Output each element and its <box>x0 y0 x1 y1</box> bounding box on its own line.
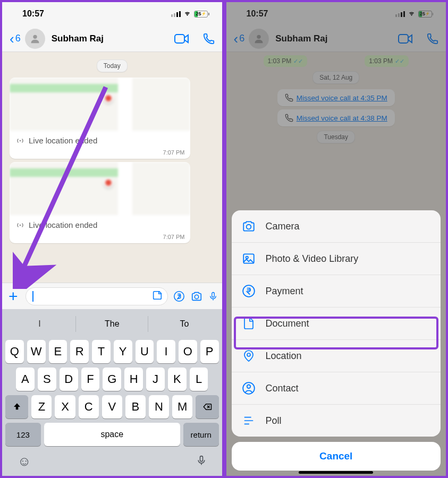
suggestion[interactable]: To <box>148 316 220 332</box>
key-n[interactable]: N <box>149 395 169 419</box>
key-w[interactable]: W <box>27 340 46 363</box>
phone-missed-icon <box>285 93 293 102</box>
key-l[interactable]: L <box>190 368 208 391</box>
key-row: ZXCVBNM <box>5 395 219 419</box>
status-bar: 10:57 25⚡ <box>2 2 222 25</box>
back-button[interactable]: ‹6 <box>234 32 245 46</box>
key-row: QWERTYUIOP <box>5 340 219 363</box>
poll-icon <box>241 413 256 428</box>
message-time: 7:07 PM <box>10 149 190 159</box>
text-cursor <box>32 291 33 302</box>
key-z[interactable]: Z <box>31 395 52 419</box>
key-k[interactable]: K <box>168 368 187 391</box>
phone-missed-icon <box>285 114 293 122</box>
broadcast-icon <box>16 221 24 229</box>
svg-rect-8 <box>399 35 408 43</box>
home-indicator[interactable] <box>75 476 149 478</box>
key-m[interactable]: M <box>172 395 192 419</box>
voice-call-button[interactable] <box>427 33 438 45</box>
location-text: Live location ended <box>29 136 97 145</box>
return-key[interactable]: return <box>183 423 219 446</box>
emoji-key[interactable]: ☺ <box>18 454 31 471</box>
battery-icon: 25⚡ <box>194 11 209 18</box>
screenshot-left: 10:57 25⚡ ‹6 Subham Raj Today Live locat… <box>0 0 224 478</box>
cancel-button[interactable]: Cancel <box>232 442 441 471</box>
key-b[interactable]: B <box>125 395 146 419</box>
home-indicator[interactable] <box>299 471 373 474</box>
svg-point-13 <box>247 353 250 356</box>
chat-area[interactable]: Today Live location ended 7:07 PM Live l… <box>2 52 222 245</box>
backspace-key[interactable] <box>196 395 218 419</box>
location-message[interactable]: Live location ended 7:07 PM <box>10 162 190 243</box>
map-thumbnail <box>10 162 190 215</box>
sheet-poll[interactable]: Poll <box>232 405 441 437</box>
key-t[interactable]: T <box>92 340 111 363</box>
sheet-document[interactable]: Document <box>232 308 441 340</box>
sheet-library[interactable]: Photo & Video Library <box>232 243 441 275</box>
key-f[interactable]: F <box>81 368 100 391</box>
read-ticks-icon: ✓✓ <box>293 58 303 65</box>
key-i[interactable]: I <box>157 340 175 363</box>
key-d[interactable]: D <box>60 368 78 391</box>
key-r[interactable]: R <box>70 340 89 363</box>
dictation-key[interactable] <box>196 454 207 471</box>
contact-name[interactable]: Subham Raj <box>275 33 395 44</box>
key-e[interactable]: E <box>49 340 67 363</box>
message-input[interactable] <box>26 287 168 305</box>
missed-call[interactable]: Missed voice call at 4:38 PM <box>277 109 395 126</box>
camera-icon[interactable] <box>190 291 203 302</box>
svg-point-9 <box>246 225 251 229</box>
key-g[interactable]: G <box>103 368 121 391</box>
key-u[interactable]: U <box>136 340 154 363</box>
missed-call[interactable]: Missed voice call at 4:35 PM <box>277 89 395 106</box>
key-s[interactable]: S <box>38 368 56 391</box>
key-q[interactable]: Q <box>5 340 24 363</box>
sheet-camera[interactable]: Camera <box>232 210 441 243</box>
back-button[interactable]: ‹6 <box>10 32 21 46</box>
attach-button[interactable]: + <box>6 287 20 305</box>
svg-point-3 <box>195 295 198 298</box>
location-pin-icon <box>241 348 256 363</box>
chat-header: ‹6 Subham Raj <box>226 25 446 52</box>
sticker-icon[interactable] <box>151 289 163 303</box>
key-o[interactable]: O <box>179 340 197 363</box>
cellular-icon <box>395 11 405 17</box>
shift-key[interactable] <box>5 395 28 419</box>
key-j[interactable]: J <box>146 368 165 391</box>
location-message[interactable]: Live location ended 7:07 PM <box>10 78 190 159</box>
mic-icon[interactable] <box>208 290 218 303</box>
numbers-key[interactable]: 123 <box>5 423 41 446</box>
key-c[interactable]: C <box>79 395 99 419</box>
map-thumbnail <box>10 78 190 131</box>
key-x[interactable]: X <box>55 395 75 419</box>
sheet-payment[interactable]: Payment <box>232 275 441 308</box>
key-v[interactable]: V <box>102 395 122 419</box>
status-indicators: 25⚡ <box>395 11 434 18</box>
message-time: 1:03 PM✓✓ <box>264 55 308 67</box>
suggestion[interactable]: The <box>76 316 148 332</box>
suggestion[interactable]: I <box>4 316 76 332</box>
payment-icon[interactable] <box>173 291 185 302</box>
voice-call-button[interactable] <box>203 33 215 45</box>
keyboard-suggestions[interactable]: I The To <box>4 312 221 336</box>
svg-point-15 <box>247 385 250 389</box>
wifi-icon <box>183 11 192 17</box>
avatar[interactable] <box>249 29 269 49</box>
key-p[interactable]: P <box>200 340 219 363</box>
video-call-button[interactable] <box>398 33 413 45</box>
space-key[interactable]: space <box>44 423 180 446</box>
video-call-button[interactable] <box>174 33 189 45</box>
key-a[interactable]: A <box>16 368 35 391</box>
avatar[interactable] <box>25 29 45 49</box>
key-h[interactable]: H <box>124 368 143 391</box>
status-bar: 10:57 25⚡ <box>226 2 446 25</box>
sheet-contact[interactable]: Contact <box>232 372 441 405</box>
date-divider: Sat, 12 Aug <box>312 71 359 84</box>
screenshot-right: 10:57 25⚡ ‹6 Subham Raj 1:03 PM✓✓ 1:03 P… <box>224 0 449 478</box>
broadcast-icon <box>16 136 24 145</box>
sheet-location[interactable]: Location <box>232 340 441 372</box>
keyboard[interactable]: I The To QWERTYUIOP ASDFGHJKL ZXCVBNM 12… <box>2 309 222 476</box>
document-icon <box>241 316 256 331</box>
key-y[interactable]: Y <box>114 340 132 363</box>
contact-name[interactable]: Subham Raj <box>52 33 171 44</box>
